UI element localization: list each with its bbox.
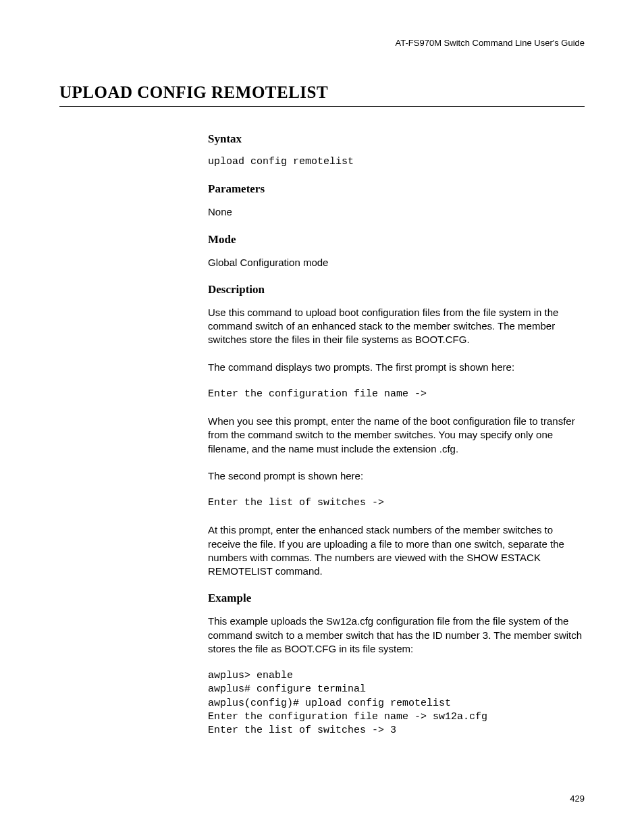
mode-heading: Mode (208, 233, 585, 246)
description-para4: The second prompt is shown here: (208, 469, 585, 483)
syntax-code: upload config remotelist (208, 155, 585, 169)
example-code: awplus> enable awplus# configure termina… (208, 669, 585, 737)
description-para5: At this prompt, enter the enhanced stack… (208, 523, 585, 578)
header-guide-title: AT-FS970M Switch Command Line User's Gui… (59, 38, 585, 48)
description-code1: Enter the configuration file name -> (208, 388, 585, 401)
syntax-heading: Syntax (208, 132, 585, 146)
example-heading: Example (208, 592, 585, 605)
description-para1: Use this command to upload boot configur… (208, 306, 585, 347)
parameters-heading: Parameters (208, 182, 585, 196)
description-heading: Description (208, 283, 585, 296)
description-code2: Enter the list of switches -> (208, 496, 585, 510)
page-container: AT-FS970M Switch Command Line User's Gui… (0, 0, 644, 737)
parameters-text: None (208, 205, 585, 219)
page-title: UPLOAD CONFIG REMOTELIST (59, 83, 585, 107)
description-para3: When you see this prompt, enter the name… (208, 415, 585, 456)
mode-text: Global Configuration mode (208, 256, 585, 269)
content-body: Syntax upload config remotelist Paramete… (208, 132, 585, 737)
description-para2: The command displays two prompts. The fi… (208, 361, 585, 374)
example-para1: This example uploads the Sw12a.cfg confi… (208, 615, 585, 656)
page-number: 429 (570, 793, 585, 804)
